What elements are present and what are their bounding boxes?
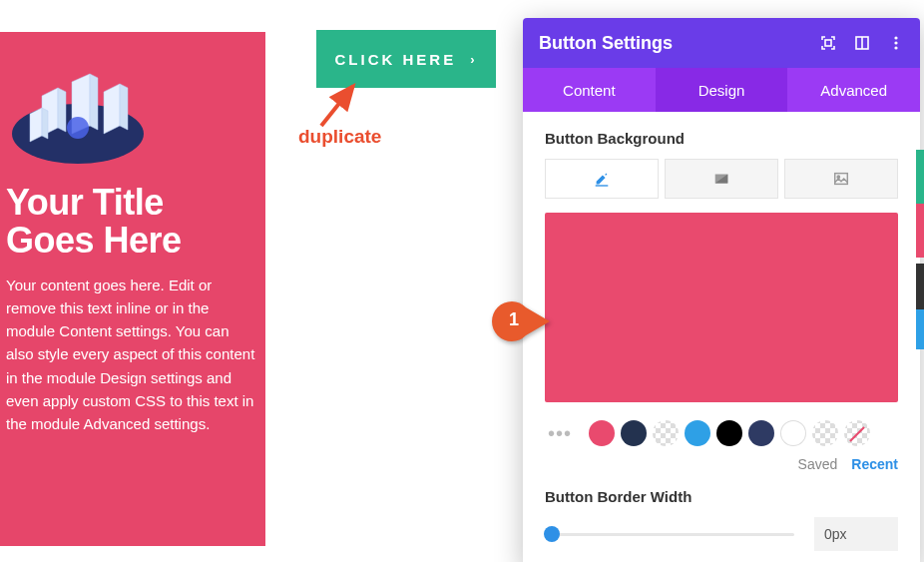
bg-type-color[interactable] <box>545 159 659 199</box>
border-width-value[interactable]: 0px <box>814 517 898 551</box>
more-horizontal-icon[interactable]: ••• <box>545 422 575 445</box>
more-vertical-icon[interactable] <box>888 35 904 51</box>
border-width-section-label: Button Border Width <box>545 488 898 505</box>
svg-point-6 <box>894 36 897 39</box>
card-body: Your content goes here. Edit or remove t… <box>6 274 255 436</box>
tab-content[interactable]: Content <box>523 68 656 112</box>
swatch-blue[interactable] <box>685 420 710 446</box>
swatch-pink[interactable] <box>589 420 615 446</box>
tab-design[interactable]: Design <box>656 68 788 112</box>
svg-rect-9 <box>596 185 609 186</box>
svg-point-8 <box>894 46 897 49</box>
background-section-label: Button Background <box>545 130 898 147</box>
swatch-filter-recent[interactable]: Recent <box>851 456 898 472</box>
annotation-arrow-icon <box>309 80 369 130</box>
bg-type-gradient[interactable] <box>665 159 778 199</box>
swatch-transparent-2[interactable] <box>812 420 838 446</box>
svg-rect-3 <box>825 40 831 46</box>
background-preview[interactable] <box>545 213 898 402</box>
button-settings-panel: Button Settings Content Design Advanced … <box>523 18 920 562</box>
border-width-slider[interactable] <box>545 524 794 544</box>
svg-point-1 <box>67 117 89 139</box>
swatch-filter-saved[interactable]: Saved <box>798 456 838 472</box>
fullscreen-icon[interactable] <box>820 35 836 51</box>
slider-thumb[interactable] <box>544 526 560 542</box>
swatch-navy[interactable] <box>748 420 774 446</box>
chevron-right-icon: › <box>470 52 477 67</box>
swatch-transparent-1[interactable] <box>653 420 679 446</box>
tab-advanced[interactable]: Advanced <box>787 68 920 112</box>
swatch-row: ••• <box>545 420 898 446</box>
page-edge-strip <box>916 150 924 349</box>
svg-point-7 <box>894 41 897 44</box>
panel-title: Button Settings <box>539 33 673 54</box>
content-card: Your Title Goes Here Your content goes h… <box>0 32 265 546</box>
bg-type-image[interactable] <box>784 159 898 199</box>
cta-label: CLICK HERE <box>334 51 456 68</box>
swatch-filter-row: Saved Recent <box>545 456 898 472</box>
svg-line-2 <box>321 86 353 126</box>
isometric-illustration <box>8 56 148 166</box>
swatch-none[interactable] <box>844 420 870 446</box>
swatch-black[interactable] <box>716 420 742 446</box>
svg-rect-11 <box>835 174 848 185</box>
panel-header: Button Settings <box>523 18 920 68</box>
swatch-darknavy[interactable] <box>621 420 647 446</box>
columns-icon[interactable] <box>854 35 870 51</box>
swatch-white[interactable] <box>780 420 806 446</box>
panel-tabs: Content Design Advanced <box>523 68 920 112</box>
step-marker-1: 1 <box>492 301 552 341</box>
annotation-duplicate-label: duplicate <box>298 126 381 148</box>
card-title: Your Title Goes Here <box>6 184 255 260</box>
background-type-row <box>545 159 898 199</box>
